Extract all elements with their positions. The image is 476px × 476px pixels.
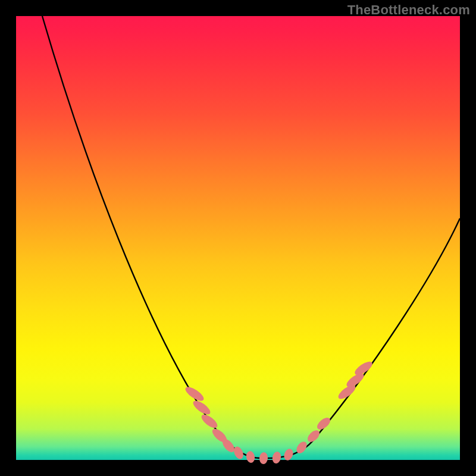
curve-marker [315,415,333,431]
curve-marker [271,451,282,464]
watermark-text: TheBottleneck.com [347,2,470,18]
bottleneck-curve [42,16,460,458]
curve-markers [183,359,374,465]
curve-marker [306,428,322,444]
curve-marker [191,398,212,416]
plot-area [16,16,460,460]
chart-svg [16,16,460,460]
curve-marker [283,447,295,462]
curve-marker [183,384,206,403]
curve-marker [245,450,255,464]
curve-marker [199,412,220,431]
curve-marker [259,452,268,465]
chart-frame: TheBottleneck.com [0,0,476,476]
